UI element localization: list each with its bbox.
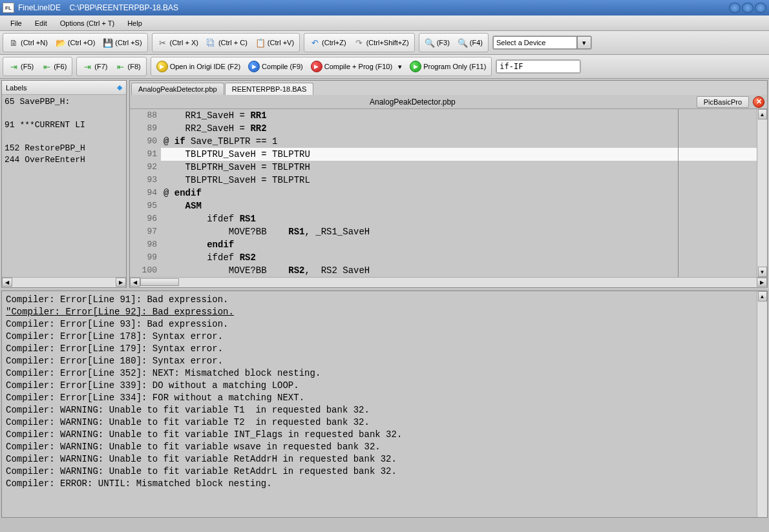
labels-list-item[interactable] — [2, 108, 126, 119]
menu-file[interactable]: File — [4, 17, 28, 29]
compile-prog-icon: ▶ — [311, 61, 322, 72]
close-window-button[interactable] — [755, 3, 766, 13]
title-bar: FL FineLineIDE C:\PBP\REENTERPBP-18.BAS — [0, 0, 769, 15]
diamond-icon: ◆ — [117, 83, 122, 92]
chevron-down-icon: ▾ — [582, 39, 586, 47]
console-line: Compiler: Error[Line 93]: Bad expression… — [6, 318, 763, 331]
new-button[interactable]: 🗎(Ctrl +N) — [5, 35, 52, 50]
maximize-button[interactable] — [742, 3, 753, 13]
console-line: Compiler: Error[Line 339]: DO without a … — [6, 380, 763, 392]
code-line[interactable]: TBLPTRL_SaveH = TBLPTRL — [161, 174, 757, 187]
compile-icon: ▶ — [248, 61, 260, 72]
output-console[interactable]: Compiler: Error[Line 91]: Bad expression… — [1, 291, 768, 518]
language-button[interactable]: PicBasicPro — [697, 96, 749, 108]
open-button[interactable]: 📂(Ctrl +O) — [52, 35, 99, 50]
scroll-right-button[interactable]: ▶ — [757, 278, 767, 287]
code-line[interactable]: ASM — [161, 200, 757, 212]
code-line[interactable]: endif — [161, 238, 757, 251]
main-area: Labels ◆ 65 SavePBP_H: 91 ***CURRENT LI … — [0, 79, 769, 289]
console-line: Compiler: WARNING: Unable to fit variabl… — [6, 429, 763, 441]
menu-help[interactable]: Help — [121, 17, 149, 29]
hscroll-track[interactable] — [140, 278, 757, 287]
code-line[interactable]: MOVE?BB RS1, _RS1_SaveH — [161, 225, 757, 238]
console-line: Compiler: Error[Line 352]: NEXT: Mismatc… — [6, 367, 763, 380]
labels-panel-header[interactable]: Labels ◆ — [2, 81, 126, 95]
labels-list-item[interactable]: 65 SavePBP_H: — [2, 96, 126, 108]
outdent-button[interactable]: ⇤(F6) — [37, 59, 70, 74]
scroll-left-button[interactable]: ◀ — [2, 278, 12, 287]
editor-tab[interactable]: AnalogPeakDetector.pbp — [131, 83, 224, 95]
editor-tab[interactable]: REENTERPBP-18.BAS — [225, 83, 314, 95]
labels-panel: Labels ◆ 65 SavePBP_H: 91 ***CURRENT LI … — [1, 80, 127, 288]
hscroll-thumb[interactable] — [140, 278, 179, 286]
paste-button[interactable]: 📋(Ctrl +V) — [251, 35, 298, 50]
outdent-icon: ⇤ — [41, 61, 52, 72]
close-icon: ✕ — [756, 97, 762, 106]
editor-hscrollbar[interactable]: ◀ ▶ — [130, 277, 767, 287]
menu-edit[interactable]: Edit — [28, 17, 54, 29]
toolbar-row-1: 🗎(Ctrl +N) 📂(Ctrl +O) 💾(Ctrl +S) ✂(Ctrl … — [0, 31, 769, 55]
console-vscrollbar[interactable]: ▲ — [757, 291, 767, 517]
copy-button[interactable]: ⿻(Ctrl + C) — [202, 35, 251, 50]
vscroll-track[interactable] — [757, 119, 767, 267]
scroll-down-button[interactable]: ▼ — [758, 267, 767, 277]
comment-icon: ⇥ — [82, 61, 92, 72]
scroll-up-button[interactable]: ▲ — [758, 291, 767, 302]
compile-button[interactable]: ▶Compile (F9) — [244, 59, 307, 74]
code-line[interactable]: TBLPTRU_SaveH = TBLPTRU — [161, 148, 757, 161]
console-line: Compiler: WARNING: Unable to fit variabl… — [6, 466, 763, 478]
code-line[interactable]: @ endif — [161, 187, 757, 200]
open-origi-ide-button[interactable]: ▶Open in Origi IDE (F2) — [153, 59, 244, 74]
search-icon: 🔍 — [425, 37, 435, 48]
labels-list-item[interactable]: 152 RestorePBP_H — [2, 143, 126, 154]
editor-vscrollbar[interactable]: ▲ ▼ — [757, 109, 767, 277]
code-line[interactable]: TBLPTRH_SaveH = TBLPTRH — [161, 161, 757, 174]
device-select[interactable]: Select a Device — [493, 36, 577, 49]
scroll-left-button[interactable]: ◀ — [130, 278, 140, 287]
code-line[interactable]: @ if Save_TBLPTR == 1 — [161, 135, 757, 148]
code-line[interactable]: ifdef RS2 — [161, 251, 757, 264]
labels-hscrollbar[interactable]: ◀ ▶ — [2, 277, 126, 287]
menu-options[interactable]: Options (Ctrl + T) — [54, 17, 121, 29]
redo-button[interactable]: ↷(Ctrl+Shift+Z) — [350, 35, 413, 50]
app-title: FineLineIDE C:\PBP\REENTERPBP-18.BAS — [18, 3, 178, 12]
labels-list-item[interactable]: 91 ***CURRENT LI — [2, 119, 126, 131]
paste-icon: 📋 — [255, 37, 266, 48]
labels-list-item[interactable]: 244 OverReEnterH — [2, 154, 126, 166]
code-line[interactable]: RR2_SaveH = RR2 — [161, 122, 757, 135]
new-icon: 🗎 — [8, 37, 19, 48]
code-editor[interactable]: RR1_SaveH = RR1 RR2_SaveH = RR2@ if Save… — [161, 109, 757, 277]
code-line[interactable]: ifdef RS1 — [161, 212, 757, 225]
close-tab-button[interactable]: ✕ — [753, 96, 764, 108]
indent-button[interactable]: ⇥(F5) — [5, 59, 37, 74]
console-line: Compiler: Error[Line 178]: Syntax error. — [6, 331, 763, 343]
scroll-right-button[interactable]: ▶ — [116, 278, 126, 287]
undo-button[interactable]: ↶(Ctrl+Z) — [306, 35, 350, 50]
save-button[interactable]: 💾(Ctrl +S) — [99, 35, 145, 50]
code-line[interactable]: MOVE?BB RS2, RS2 SaveH — [161, 264, 757, 277]
labels-list[interactable]: 65 SavePBP_H: 91 ***CURRENT LI 152 Resto… — [2, 95, 126, 277]
indent-icon: ⇥ — [8, 61, 19, 72]
labels-list-item[interactable] — [2, 131, 126, 143]
device-dropdown-button[interactable]: ▾ — [577, 36, 591, 49]
comment-button[interactable]: ⇥(F7) — [78, 59, 111, 74]
console-line: Compiler: WARNING: Unable to fit variabl… — [6, 441, 763, 453]
code-line[interactable]: RR1_SaveH = RR1 — [161, 109, 757, 122]
cut-button[interactable]: ✂(Ctrl + X) — [154, 35, 202, 50]
console-line: Compiler: ERROR: UNTIL: Mismatched block… — [6, 478, 763, 490]
console-line: Compiler: WARNING: Unable to fit variabl… — [6, 453, 763, 466]
scroll-up-button[interactable]: ▲ — [758, 109, 767, 119]
find-button[interactable]: 🔍(F3) — [421, 35, 454, 50]
program-only-button[interactable]: ▶Program Only (F11) — [406, 59, 490, 74]
code-area: 888990919293949596979899100 RR1_SaveH = … — [130, 109, 767, 277]
minimize-button[interactable] — [729, 3, 741, 13]
scroll-track[interactable] — [12, 278, 116, 287]
compile-prog-button[interactable]: ▶Compile + Prog (F10)▾ — [307, 59, 406, 74]
console-line: Compiler: WARNING: Unable to fit variabl… — [6, 416, 763, 429]
window-controls — [729, 3, 766, 13]
uncomment-button[interactable]: ⇤(F8) — [112, 59, 145, 74]
cut-icon: ✂ — [158, 37, 168, 48]
menu-bar: File Edit Options (Ctrl + T) Help — [0, 15, 769, 31]
keyword-input[interactable]: if-IF — [496, 60, 580, 73]
find-next-button[interactable]: 🔍(F4) — [454, 35, 487, 50]
